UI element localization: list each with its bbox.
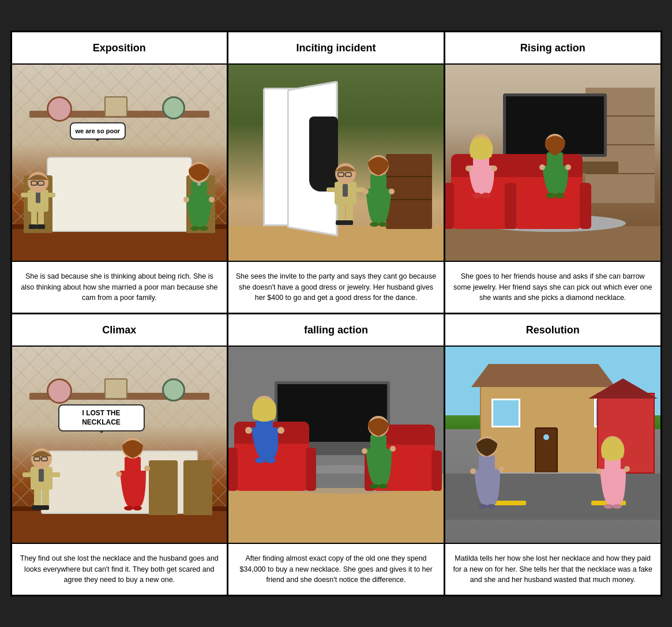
desc-inciting: She sees the invite to the party and say… — [228, 261, 444, 313]
svg-point-18 — [199, 226, 208, 231]
title-resolution: Resolution — [445, 314, 660, 347]
svg-point-64 — [144, 465, 150, 471]
svg-point-66 — [133, 506, 142, 510]
svg-rect-21 — [336, 220, 345, 225]
cell-resolution: Resolution — [445, 314, 660, 595]
svg-point-35 — [370, 222, 379, 227]
image-climax: I LOST THE NECKLACE — [12, 347, 227, 543]
svg-point-33 — [363, 189, 369, 194]
svg-point-70 — [277, 427, 284, 434]
svg-point-89 — [604, 504, 613, 509]
svg-point-77 — [370, 484, 379, 489]
speech-climax: I LOST THE NECKLACE — [58, 404, 145, 431]
title-falling: falling action — [228, 314, 444, 347]
image-exposition: we are so poor — [12, 65, 227, 261]
svg-point-88 — [624, 466, 630, 472]
svg-point-40 — [491, 166, 497, 171]
image-resolution: oh that necklace was a fake!!!! — [445, 347, 660, 543]
svg-rect-10 — [21, 193, 29, 197]
svg-point-47 — [546, 193, 555, 198]
svg-rect-73 — [370, 435, 386, 452]
svg-point-39 — [465, 166, 471, 171]
cell-inciting: Inciting incident — [228, 32, 445, 313]
image-inciting: i only have $400 or a dress here and go … — [228, 65, 444, 261]
row-2: Climax — [12, 314, 660, 595]
svg-point-90 — [613, 504, 622, 509]
svg-point-76 — [390, 446, 396, 452]
svg-rect-5 — [36, 192, 40, 203]
svg-point-45 — [539, 164, 545, 170]
svg-rect-61 — [125, 457, 141, 475]
desc-falling: After finding almost exact copy of the o… — [228, 543, 444, 595]
storyboard: Exposition — [10, 31, 662, 596]
svg-point-83 — [478, 504, 487, 509]
desc-exposition: She is sad because she is thinking about… — [12, 261, 227, 313]
svg-point-82 — [498, 466, 504, 472]
title-exposition: Exposition — [12, 32, 227, 65]
svg-rect-52 — [40, 505, 49, 510]
svg-point-34 — [389, 189, 395, 194]
svg-point-15 — [183, 197, 189, 202]
svg-point-41 — [472, 193, 482, 198]
svg-point-42 — [481, 193, 490, 198]
svg-rect-29 — [326, 187, 336, 192]
svg-point-72 — [265, 457, 276, 463]
svg-rect-24 — [343, 184, 348, 197]
desc-rising: She goes to her friends house and asks i… — [445, 261, 660, 313]
desc-resolution: Matilda tells her how she lost her neckl… — [445, 543, 660, 595]
svg-point-87 — [596, 468, 602, 474]
desc-climax: They find out she lost the necklace and … — [12, 543, 227, 595]
svg-point-81 — [470, 468, 476, 474]
svg-point-65 — [124, 506, 133, 510]
svg-point-71 — [255, 457, 265, 463]
svg-point-36 — [378, 222, 388, 227]
svg-point-48 — [555, 193, 564, 198]
svg-rect-22 — [344, 220, 353, 225]
svg-point-63 — [116, 471, 122, 477]
svg-rect-59 — [22, 472, 32, 477]
svg-point-17 — [190, 226, 200, 231]
svg-rect-31 — [370, 174, 386, 193]
svg-rect-11 — [47, 193, 55, 197]
image-falling: Here's your necklace back I hope she doe… — [228, 347, 444, 543]
cell-exposition: Exposition — [12, 32, 229, 313]
svg-rect-79 — [479, 455, 495, 472]
cell-climax: Climax — [12, 314, 229, 595]
title-inciting: Inciting incident — [228, 32, 444, 65]
svg-point-84 — [487, 504, 496, 509]
cell-falling: falling action — [228, 314, 445, 595]
svg-rect-2 — [29, 224, 37, 229]
svg-rect-51 — [32, 505, 41, 510]
speech-exposition: we are so poor — [70, 122, 126, 140]
svg-point-78 — [378, 484, 388, 489]
svg-point-75 — [362, 448, 367, 454]
svg-point-69 — [245, 427, 252, 434]
title-climax: Climax — [12, 314, 227, 347]
svg-rect-3 — [37, 224, 45, 229]
image-rising: Here you can pick a necklace — [445, 65, 660, 261]
svg-point-16 — [209, 197, 215, 202]
row-1: Exposition — [12, 32, 660, 314]
svg-rect-60 — [51, 472, 60, 477]
svg-rect-54 — [39, 469, 44, 482]
svg-point-46 — [565, 164, 571, 170]
title-rising: Rising action — [445, 32, 660, 65]
cell-rising: Rising action — [445, 32, 660, 313]
